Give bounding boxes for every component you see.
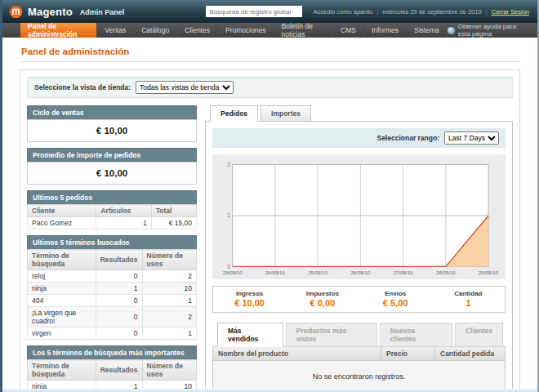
top-search-title: Los 5 términos de búsqueda más important… bbox=[27, 345, 197, 359]
help-globe-icon bbox=[448, 27, 455, 34]
cell-uses: 1 bbox=[142, 295, 196, 307]
orders-panel: Seleccionar rango: Last 7 Days 01223/09/… bbox=[205, 121, 513, 389]
page-title: Panel de administración bbox=[20, 44, 520, 62]
last-search-title: Ultimos 5 términos buscados bbox=[27, 235, 197, 249]
total-label: Cantidad bbox=[432, 290, 505, 297]
svg-text:26/09/10: 26/09/10 bbox=[350, 270, 370, 275]
orders-chart: 01223/09/1024/09/1025/09/1026/09/1027/09… bbox=[212, 154, 506, 279]
table-row[interactable]: Paco Gomez 1 € 15,00 bbox=[28, 217, 197, 229]
lifetime-sales-title: Ciclo de ventas bbox=[27, 105, 197, 119]
dashboard-container: Seleccione la vista de tienda: Todas las… bbox=[20, 69, 520, 389]
bestsellers-grid: Nombre del producto Precio Cantidad pedi… bbox=[212, 346, 506, 389]
col-price: Precio bbox=[381, 347, 434, 360]
totals-bar: Ingresos € 10,00 Impuestos € 0,00 Envíos… bbox=[212, 286, 506, 313]
svg-text:28/09/10: 28/09/10 bbox=[436, 270, 456, 275]
store-view-bar: Seleccione la vista de tienda: Todas las… bbox=[27, 77, 513, 98]
last-orders-title: Ultimos 5 pedidos bbox=[27, 190, 197, 204]
range-select[interactable]: Last 7 Days bbox=[444, 131, 499, 145]
total-value: € 0,00 bbox=[286, 298, 359, 308]
nav-item-cms[interactable]: CMS bbox=[333, 23, 364, 38]
main-nav: Panel de administración Ventas Catálogo … bbox=[2, 23, 537, 38]
cell-total: € 15,00 bbox=[151, 217, 196, 229]
table-row[interactable]: reloj 0 2 bbox=[28, 270, 197, 283]
nav-item-customers[interactable]: Clientes bbox=[177, 23, 218, 38]
store-view-select[interactable]: Todas las vistas de tienda bbox=[136, 81, 234, 94]
store-view-label: Seleccione la vista de tienda: bbox=[34, 83, 131, 91]
svg-text:24/09/10: 24/09/10 bbox=[265, 270, 285, 275]
get-help-link[interactable]: Obtener ayuda para esta página bbox=[448, 23, 537, 38]
global-search-input[interactable] bbox=[206, 6, 302, 17]
nav-item-catalog[interactable]: Catálogo bbox=[134, 23, 177, 38]
col-header: Articulos bbox=[96, 205, 151, 217]
svg-text:29/09/10: 29/09/10 bbox=[479, 270, 498, 275]
last-search-card: Ultimos 5 términos buscados Término de b… bbox=[27, 235, 197, 340]
svg-text:23/09/10: 23/09/10 bbox=[223, 270, 243, 275]
tab-orders[interactable]: Pedidos bbox=[210, 105, 258, 122]
last-orders-card: Ultimos 5 pedidos Cliente Articulos Tota… bbox=[27, 190, 197, 229]
page-frame: Magento Admin Panel Accedió como apardo … bbox=[0, 0, 539, 392]
table-row[interactable]: ninja 1 10 bbox=[28, 283, 197, 295]
lifetime-sales-value: € 10,00 bbox=[27, 119, 197, 142]
col-product-name: Nombre del producto bbox=[213, 347, 381, 360]
svg-text:1: 1 bbox=[227, 212, 230, 218]
total-value: € 5,00 bbox=[359, 298, 432, 308]
nav-item-system[interactable]: Sistema bbox=[407, 23, 448, 38]
average-orders-title: Promedio de importe de pedidos bbox=[27, 148, 197, 162]
average-orders-value: € 10,00 bbox=[27, 162, 197, 185]
logout-link[interactable]: Cerrar Sesión bbox=[492, 8, 529, 16]
col-header: Cliente bbox=[28, 205, 96, 217]
cell-term: virgen bbox=[28, 327, 96, 340]
tab-amounts[interactable]: Importes bbox=[261, 105, 311, 122]
total-label: Envíos bbox=[359, 290, 432, 297]
nav-item-newsletter[interactable]: Boletín de noticias bbox=[274, 23, 333, 38]
svg-text:27/09/10: 27/09/10 bbox=[394, 270, 413, 275]
orders-chart-svg: 01223/09/1024/09/1025/09/1026/09/1027/09… bbox=[217, 158, 501, 278]
nav-item-reports[interactable]: Informes bbox=[364, 23, 407, 38]
total-label: Ingresos bbox=[213, 290, 286, 297]
cell-uses: 10 bbox=[142, 381, 196, 390]
cell-results: 0 bbox=[96, 327, 142, 340]
separator: | bbox=[376, 8, 378, 16]
col-header: Número de usos bbox=[142, 360, 196, 381]
table-row[interactable]: virgen 0 1 bbox=[28, 327, 197, 340]
cell-uses: 2 bbox=[142, 270, 196, 283]
nav-item-dashboard[interactable]: Panel de administración bbox=[20, 23, 97, 38]
col-header: Resultados bbox=[96, 360, 142, 381]
tab-new-customers[interactable]: Nuevos clientes bbox=[380, 323, 452, 347]
range-bar: Seleccionar rango: Last 7 Days bbox=[212, 128, 506, 148]
cell-term: ninja bbox=[28, 381, 96, 390]
col-header: Término de búsqueda bbox=[28, 250, 96, 270]
total-revenue: Ingresos € 10,00 bbox=[213, 290, 286, 308]
svg-text:2: 2 bbox=[227, 162, 230, 167]
cell-results: 1 bbox=[96, 283, 142, 295]
table-row[interactable]: 404 0 1 bbox=[28, 295, 197, 307]
content-area: Panel de administración Seleccione la vi… bbox=[2, 38, 537, 389]
nav-item-sales[interactable]: Ventas bbox=[97, 23, 134, 38]
col-header: Total bbox=[151, 205, 196, 217]
cell-term: reloj bbox=[28, 270, 96, 283]
total-shipping: Envíos € 5,00 bbox=[359, 290, 432, 308]
tab-customers[interactable]: Clientes bbox=[455, 323, 503, 347]
tab-most-viewed[interactable]: Productos más vistos bbox=[286, 323, 377, 347]
magento-logo-icon bbox=[9, 5, 23, 19]
cell-results: 0 bbox=[96, 307, 142, 327]
total-tax: Impuestos € 0,00 bbox=[286, 290, 359, 308]
left-column: Ciclo de ventas € 10,00 Promedio de impo… bbox=[27, 105, 197, 389]
cell-results: 0 bbox=[96, 270, 142, 283]
table-row[interactable]: ¡La virgen que cuadro! 0 2 bbox=[28, 307, 197, 327]
top-search-card: Los 5 términos de búsqueda más important… bbox=[27, 345, 197, 389]
table-row[interactable]: ninja 1 10 bbox=[28, 381, 197, 390]
svg-text:25/09/10: 25/09/10 bbox=[308, 270, 327, 275]
tab-bestsellers[interactable]: Más vendidos bbox=[217, 323, 283, 347]
logged-in-text: Accedió como apardo bbox=[314, 8, 373, 16]
average-orders-card: Promedio de importe de pedidos € 10,00 bbox=[27, 148, 197, 185]
range-label: Seleccionar rango: bbox=[376, 134, 439, 142]
brand-name: Magento bbox=[28, 6, 73, 18]
cell-results: 1 bbox=[96, 381, 142, 390]
nav-item-promotions[interactable]: Promociones bbox=[218, 23, 274, 38]
right-column: Pedidos Importes Seleccionar rango: Last… bbox=[205, 105, 513, 389]
col-header: Término de búsqueda bbox=[28, 360, 96, 381]
cell-results: 0 bbox=[96, 295, 142, 307]
cell-items: 1 bbox=[96, 217, 151, 229]
svg-text:0: 0 bbox=[227, 264, 230, 270]
